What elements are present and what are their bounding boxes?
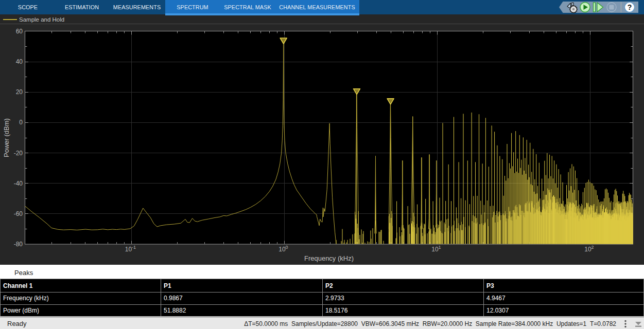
svg-text:0: 0 (19, 119, 23, 126)
svg-text:-20: -20 (14, 150, 23, 157)
svg-text:Frequency (kHz): Frequency (kHz) (304, 254, 354, 262)
svg-text:?: ? (628, 3, 632, 11)
svg-text:-40: -40 (14, 180, 23, 187)
svg-text:40: 40 (16, 58, 23, 65)
svg-text:Power (dBm): Power (dBm) (3, 118, 10, 157)
svg-text:-80: -80 (14, 241, 23, 248)
svg-text:-60: -60 (14, 210, 23, 217)
svg-text:20: 20 (16, 88, 23, 96)
svg-text:60: 60 (16, 28, 23, 35)
